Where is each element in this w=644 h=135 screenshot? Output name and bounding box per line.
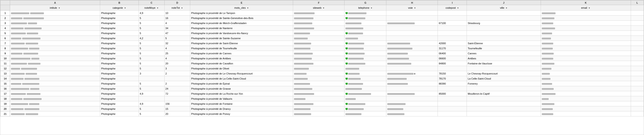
cell-ville[interactable] xyxy=(467,111,541,116)
cell-telephone[interactable] xyxy=(344,51,386,56)
cell-voie[interactable] xyxy=(386,51,438,56)
cell-intitule[interactable] xyxy=(10,66,100,71)
cell-mots-cles[interactable]: Photographe à proximité de Cannes xyxy=(190,51,293,56)
cell-siteweb[interactable] xyxy=(293,56,344,61)
cell-note-moy[interactable]: 5 xyxy=(138,61,164,66)
filter-telephone-btn[interactable]: ▼ xyxy=(370,7,373,9)
cell-note-tot[interactable]: 5 xyxy=(164,36,190,41)
cell-ville[interactable] xyxy=(467,31,541,36)
cell-voie[interactable] xyxy=(386,11,438,16)
cell-email[interactable] xyxy=(541,61,631,66)
cell-voie[interactable] xyxy=(386,41,438,46)
cell-telephone[interactable] xyxy=(344,11,386,16)
cell-codepostal[interactable]: 31170 xyxy=(438,46,467,51)
cell-intitule[interactable] xyxy=(10,46,100,51)
cell-categorie[interactable]: Photographe xyxy=(100,31,139,36)
cell-email[interactable] xyxy=(541,91,631,96)
cell-note-tot[interactable]: 24 xyxy=(164,86,190,91)
cell-telephone[interactable] xyxy=(344,76,386,81)
cell-siteweb[interactable] xyxy=(293,71,344,76)
cell-categorie[interactable]: Photographe xyxy=(100,61,139,66)
cell-ville[interactable]: La Celle-Saint-Cloud xyxy=(467,76,541,81)
cell-ville[interactable]: Antibes xyxy=(467,56,541,61)
cell-voie[interactable] xyxy=(386,16,438,21)
cell-mots-cles[interactable]: Photographe à proximité de Le Tampon xyxy=(190,11,293,16)
cell-voie[interactable] xyxy=(386,91,438,96)
cell-email[interactable] xyxy=(541,106,631,111)
cell-codepostal[interactable] xyxy=(438,31,467,36)
cell-intitule[interactable] xyxy=(10,51,100,56)
filter-email-btn[interactable]: ▼ xyxy=(588,7,590,9)
cell-intitule[interactable] xyxy=(10,81,100,86)
cell-telephone[interactable] xyxy=(344,16,386,21)
cell-email[interactable] xyxy=(541,46,631,51)
cell-intitule[interactable] xyxy=(10,71,100,76)
cell-voie[interactable] xyxy=(386,111,438,116)
cell-telephone[interactable] xyxy=(344,106,386,111)
cell-intitule[interactable] xyxy=(10,111,100,116)
filter-notemoy-btn[interactable]: ▼ xyxy=(156,7,159,9)
cell-codepostal[interactable] xyxy=(438,101,467,106)
cell-intitule[interactable] xyxy=(10,106,100,111)
cell-siteweb[interactable] xyxy=(293,66,344,71)
cell-telephone[interactable] xyxy=(344,91,386,96)
cell-voie[interactable] xyxy=(386,71,438,76)
cell-email[interactable] xyxy=(541,31,631,36)
cell-telephone[interactable] xyxy=(344,96,386,101)
cell-ville[interactable]: Mouilleron-le-Captif xyxy=(467,91,541,96)
cell-categorie[interactable]: Photographe xyxy=(100,106,139,111)
cell-categorie[interactable]: Photographe xyxy=(100,111,139,116)
cell-categorie[interactable]: Photographe xyxy=(100,41,139,46)
cell-codepostal[interactable] xyxy=(438,11,467,16)
cell-note-moy[interactable]: 5 xyxy=(138,66,164,71)
cell-intitule[interactable] xyxy=(10,61,100,66)
cell-siteweb[interactable] xyxy=(293,91,344,96)
cell-codepostal[interactable]: 78150 xyxy=(438,71,467,76)
cell-siteweb[interactable] xyxy=(293,51,344,56)
filter-siteweb-btn[interactable]: ▼ xyxy=(322,7,325,9)
cell-ville[interactable] xyxy=(467,106,541,111)
cell-ville[interactable]: Cannes xyxy=(467,51,541,56)
cell-note-moy[interactable]: 5 xyxy=(138,21,164,26)
cell-note-moy[interactable]: 4,9 xyxy=(138,101,164,106)
cell-intitule[interactable] xyxy=(10,36,100,41)
cell-voie[interactable] xyxy=(386,66,438,71)
cell-email[interactable] xyxy=(541,56,631,61)
cell-mots-cles[interactable]: Photographe à proximité de Sainte-Genevi… xyxy=(190,16,293,21)
cell-note-moy[interactable]: 5 xyxy=(138,46,164,51)
cell-mots-cles[interactable]: Photographe à proximité de La Roche-sur-… xyxy=(190,91,293,96)
cell-siteweb[interactable] xyxy=(293,21,344,26)
cell-ville[interactable]: Saint-Étienne xyxy=(467,41,541,46)
cell-categorie[interactable]: Photographe xyxy=(100,36,139,41)
cell-codepostal[interactable]: 78170 xyxy=(438,76,467,81)
cell-note-moy[interactable] xyxy=(138,76,164,81)
filter-ville-btn[interactable]: ▼ xyxy=(506,7,508,9)
cell-note-moy[interactable]: 5 xyxy=(138,26,164,31)
cell-intitule[interactable] xyxy=(10,56,100,61)
cell-categorie[interactable]: Photographe xyxy=(100,81,139,86)
filter-notetot-btn[interactable]: ▼ xyxy=(181,7,183,9)
cell-email[interactable] xyxy=(541,101,631,106)
cell-email[interactable] xyxy=(541,86,631,91)
cell-siteweb[interactable] xyxy=(293,11,344,16)
cell-telephone[interactable] xyxy=(344,101,386,106)
cell-ville[interactable] xyxy=(467,96,541,101)
cell-voie[interactable] xyxy=(386,36,438,41)
cell-telephone[interactable] xyxy=(344,81,386,86)
cell-mots-cles[interactable]: Photographe à proximité de Épinal xyxy=(190,81,293,86)
cell-note-moy[interactable]: 5 xyxy=(138,16,164,21)
cell-codepostal[interactable] xyxy=(438,86,467,91)
filter-motscles-btn[interactable]: ▼ xyxy=(247,7,249,9)
cell-intitule[interactable] xyxy=(10,31,100,36)
cell-telephone[interactable] xyxy=(344,36,386,41)
cell-codepostal[interactable]: 88390 xyxy=(438,81,467,86)
cell-note-tot[interactable]: 2 xyxy=(164,71,190,76)
cell-note-tot[interactable]: 4 xyxy=(164,46,190,51)
cell-siteweb[interactable] xyxy=(293,76,344,81)
cell-ville[interactable] xyxy=(467,101,541,106)
cell-mots-cles[interactable]: Photographe à proximité de Tournefeuille xyxy=(190,46,293,51)
cell-codepostal[interactable]: 85000 xyxy=(438,91,467,96)
cell-telephone[interactable] xyxy=(344,61,386,66)
cell-note-tot[interactable]: 2 xyxy=(164,81,190,86)
cell-categorie[interactable]: Photographe xyxy=(100,66,139,71)
